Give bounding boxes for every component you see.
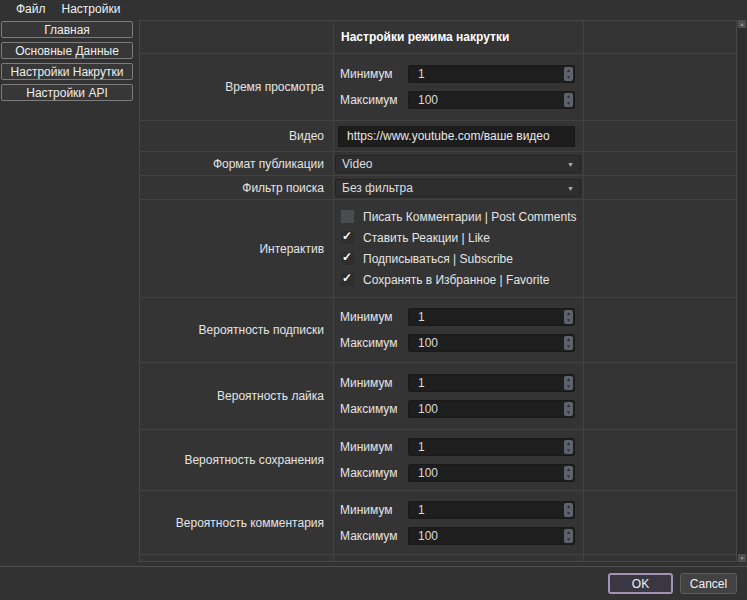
checkbox[interactable]: ✓: [341, 231, 354, 244]
max-label: Максимум: [340, 336, 408, 350]
cancel-button[interactable]: Cancel: [680, 573, 737, 594]
checkbox-favorite[interactable]: ✓ Сохранять в Избранное | Favorite: [341, 273, 583, 286]
menu-bar: Файл Настройки: [0, 0, 747, 19]
spinner-buttons[interactable]: ▲ ▼: [564, 503, 573, 517]
subscribe-probability-row: Вероятность подписки Минимум ▲ ▼ Максиму…: [140, 298, 736, 363]
spin-up-icon[interactable]: ▲: [566, 94, 571, 99]
spin-down-icon[interactable]: ▼: [566, 384, 571, 389]
row-label: Вероятность комментария: [140, 491, 334, 554]
spin-down-icon[interactable]: ▼: [566, 537, 571, 542]
save-min-spinbox: ▲ ▼: [408, 438, 575, 456]
checkbox[interactable]: [341, 210, 354, 223]
spinner-buttons[interactable]: ▲ ▼: [564, 376, 573, 390]
settings-form: Настройки режима накрутки Время просмотр…: [139, 20, 737, 562]
comment-min-spinbox: ▲ ▼: [408, 501, 575, 519]
sidebar-item-api-settings[interactable]: Настройки API: [1, 84, 133, 101]
comment-probability-row: Вероятность комментария Минимум ▲ ▼ Макс…: [140, 491, 736, 555]
max-label: Максимум: [340, 466, 408, 480]
spin-up-icon[interactable]: ▲: [566, 403, 571, 408]
spin-up-icon[interactable]: ▲: [566, 337, 571, 342]
checkmark-icon: ✓: [342, 251, 352, 264]
checkbox-label: Сохранять в Избранное | Favorite: [363, 273, 549, 287]
checkbox[interactable]: ✓: [341, 273, 354, 286]
spin-down-icon[interactable]: ▼: [566, 75, 571, 80]
like-probability-row: Вероятность лайка Минимум ▲ ▼ Максимум ▲: [140, 363, 736, 430]
spin-down-icon[interactable]: ▼: [566, 410, 571, 415]
watch-time-max-input[interactable]: [409, 92, 563, 108]
max-label: Максимум: [340, 402, 408, 416]
video-url-input[interactable]: [338, 126, 575, 147]
like-max-input[interactable]: [409, 401, 563, 417]
subscribe-min-input[interactable]: [409, 309, 563, 325]
filter-select[interactable]: Без фильтра ▼: [335, 179, 581, 197]
spinner-buttons[interactable]: ▲ ▼: [564, 336, 573, 350]
row-label: Формат публикации: [140, 152, 334, 175]
sidebar-item-basic-data[interactable]: Основные Данные: [1, 42, 133, 59]
watch-time-row: Время просмотра Минимум ▲ ▼ Максимум ▲: [140, 54, 736, 121]
spin-up-icon[interactable]: ▲: [566, 68, 571, 73]
spinner-buttons[interactable]: ▲ ▼: [564, 310, 573, 324]
checkmark-icon: ✓: [342, 272, 352, 285]
menu-settings[interactable]: Настройки: [54, 0, 129, 19]
format-select[interactable]: Video ▼: [335, 155, 581, 173]
footer-bar: OK Cancel: [0, 566, 747, 600]
spinner-buttons[interactable]: ▲ ▼: [564, 529, 573, 543]
row-label: Вероятность подписки: [140, 298, 334, 362]
checkbox[interactable]: ✓: [341, 252, 354, 265]
form-title: Настройки режима накрутки: [334, 30, 583, 44]
spin-down-icon[interactable]: ▼: [566, 318, 571, 323]
subscribe-min-spinbox: ▲ ▼: [408, 308, 575, 326]
spinner-buttons[interactable]: ▲ ▼: [564, 466, 573, 480]
scrollbar[interactable]: ▲ ▼: [738, 20, 746, 562]
min-label: Минимум: [340, 440, 408, 454]
scroll-down-icon[interactable]: ▼: [738, 554, 746, 562]
max-label: Максимум: [340, 529, 408, 543]
like-max-spinbox: ▲ ▼: [408, 400, 575, 418]
save-max-input[interactable]: [409, 465, 563, 481]
spin-down-icon[interactable]: ▼: [566, 101, 571, 106]
checkbox-subscribe[interactable]: ✓ Подписываться | Subscribe: [341, 252, 583, 265]
spinner-buttons[interactable]: ▲ ▼: [564, 402, 573, 416]
spin-up-icon[interactable]: ▲: [566, 441, 571, 446]
spin-up-icon[interactable]: ▲: [566, 377, 571, 382]
comment-max-spinbox: ▲ ▼: [408, 527, 575, 545]
ok-button[interactable]: OK: [608, 573, 673, 594]
checkbox-like[interactable]: ✓ Ставить Реакции | Like: [341, 231, 583, 244]
sidebar-item-boost-settings[interactable]: Настройки Накрутки: [1, 63, 133, 80]
spinner-buttons[interactable]: ▲ ▼: [564, 440, 573, 454]
min-label: Минимум: [340, 376, 408, 390]
spin-down-icon[interactable]: ▼: [566, 448, 571, 453]
spin-down-icon[interactable]: ▼: [566, 511, 571, 516]
save-min-input[interactable]: [409, 439, 563, 455]
spin-up-icon[interactable]: ▲: [566, 311, 571, 316]
max-label: Максимум: [340, 93, 408, 107]
menu-file[interactable]: Файл: [8, 0, 54, 19]
row-label: Видео: [140, 121, 334, 151]
checkbox-post-comments[interactable]: Писать Комментарии | Post Comments: [341, 210, 583, 223]
like-min-input[interactable]: [409, 375, 563, 391]
comment-min-input[interactable]: [409, 502, 563, 518]
scroll-up-icon[interactable]: ▲: [738, 20, 746, 28]
spin-up-icon[interactable]: ▲: [566, 504, 571, 509]
spin-down-icon[interactable]: ▼: [566, 474, 571, 479]
row-label: Вероятность лайка: [140, 363, 334, 429]
empty-row: [140, 555, 736, 561]
title-row: Настройки режима накрутки: [140, 21, 736, 54]
subscribe-max-input[interactable]: [409, 335, 563, 351]
spin-up-icon[interactable]: ▲: [566, 467, 571, 472]
interactive-row: Интерактив Писать Комментарии | Post Com…: [140, 200, 736, 298]
save-max-spinbox: ▲ ▼: [408, 464, 575, 482]
watch-time-min-input[interactable]: [409, 66, 563, 82]
dropdown-arrow-icon: ▼: [567, 185, 574, 192]
spinner-buttons[interactable]: ▲ ▼: [564, 67, 573, 81]
filter-select-value: Без фильтра: [342, 181, 413, 195]
spin-up-icon[interactable]: ▲: [566, 530, 571, 535]
spin-down-icon[interactable]: ▼: [566, 344, 571, 349]
format-select-value: Video: [342, 157, 372, 171]
sidebar-item-main[interactable]: Главная: [1, 21, 133, 38]
row-label: Фильтр поиска: [140, 176, 334, 199]
row-label: Вероятность сохранения: [140, 430, 334, 490]
subscribe-max-spinbox: ▲ ▼: [408, 334, 575, 352]
spinner-buttons[interactable]: ▲ ▼: [564, 93, 573, 107]
comment-max-input[interactable]: [409, 528, 563, 544]
